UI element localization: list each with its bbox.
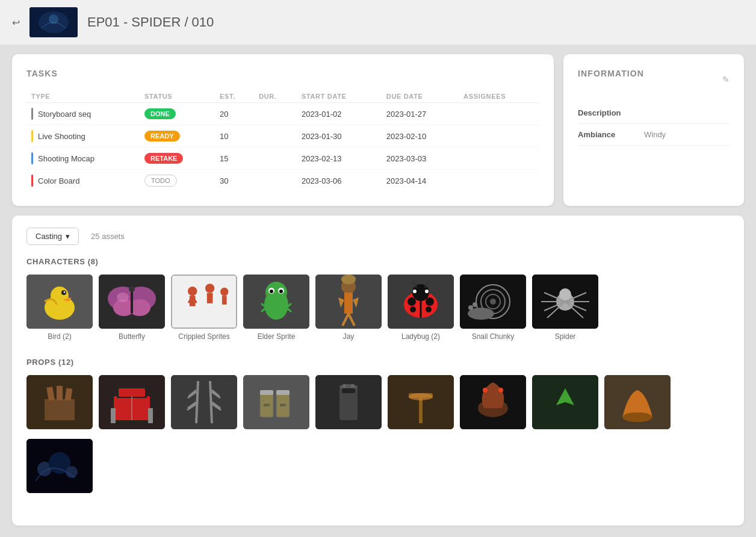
character-label: Crippled Sprites (178, 332, 229, 341)
table-row[interactable]: Shooting Mocap RETAKE 15 2023-02-13 2023… (26, 147, 539, 170)
prop-item[interactable] (532, 375, 598, 433)
task-color-indicator (31, 152, 33, 164)
task-type-cell: Color Board (26, 170, 140, 192)
col-dur: DUR. (254, 90, 297, 103)
svg-point-55 (490, 299, 496, 305)
casting-section: Casting ▾ 25 assets CHARACTERS (8) Bird … (12, 216, 744, 526)
prop-thumbnail (532, 375, 598, 429)
task-color-indicator (31, 108, 33, 120)
task-due-date-cell: 2023-03-03 (382, 147, 459, 170)
svg-rect-80 (111, 408, 116, 423)
svg-point-30 (270, 290, 273, 293)
status-badge: READY (144, 131, 180, 141)
tasks-title: TASKS (26, 69, 539, 78)
svg-point-48 (425, 290, 429, 293)
svg-point-15 (129, 286, 135, 292)
status-badge: DONE (144, 108, 176, 119)
character-label: Elder Sprite (258, 332, 296, 341)
prop-thumbnail (26, 375, 93, 429)
col-status: STATUS (140, 90, 215, 103)
character-item[interactable]: Snail Chunky (460, 275, 526, 341)
prop-thumbnail: aleale (243, 375, 309, 429)
task-assignees-cell (459, 103, 539, 125)
col-type: TYPE (26, 90, 140, 103)
col-due-date: DUE DATE (382, 90, 459, 103)
task-type-cell: Storyboard seq (26, 103, 140, 125)
task-start-date-cell: 2023-03-06 (297, 170, 382, 192)
task-type-label: Storyboard seq (38, 110, 91, 119)
col-start-date: START DATE (297, 90, 382, 103)
assets-count: 25 assets (91, 232, 125, 241)
character-item[interactable]: Elder Sprite (243, 275, 309, 341)
character-item[interactable]: Jay (315, 275, 382, 341)
header: ↩ EP01 - SPIDER / 010 (0, 0, 756, 45)
prop-thumbnail (460, 375, 526, 429)
svg-rect-100 (419, 398, 423, 423)
casting-dropdown[interactable]: Casting ▾ (26, 228, 79, 245)
svg-rect-14 (131, 290, 133, 314)
prop-item[interactable] (171, 375, 237, 433)
prop-item[interactable] (460, 375, 526, 433)
svg-point-17 (188, 287, 197, 296)
edit-icon[interactable]: ✎ (722, 75, 730, 84)
svg-text:ale: ale (280, 402, 287, 408)
prop-item[interactable] (388, 375, 454, 433)
svg-point-13 (117, 293, 129, 302)
task-status-cell: TODO (140, 170, 215, 192)
character-label: Jay (343, 332, 355, 341)
character-item[interactable]: Crippled Sprites (171, 275, 237, 341)
prop-item[interactable] (99, 375, 165, 433)
character-thumbnail (388, 275, 454, 329)
prop-item[interactable] (604, 375, 671, 433)
table-row[interactable]: Storyboard seq DONE 20 2023-01-02 2023-0… (26, 103, 539, 125)
info-rows: Description Ambiance Windy (578, 102, 730, 146)
svg-point-101 (409, 393, 433, 400)
casting-label: Casting (36, 232, 62, 241)
task-dur-cell (254, 103, 297, 125)
table-row[interactable]: Color Board TODO 30 2023-03-06 2023-04-1… (26, 170, 539, 192)
character-label: Snail Chunky (472, 332, 515, 341)
task-start-date-cell: 2023-02-13 (297, 147, 382, 170)
table-row[interactable]: Live Shooting READY 10 2023-01-30 2023-0… (26, 125, 539, 147)
character-thumbnail (315, 275, 382, 329)
character-item[interactable]: Spider (532, 275, 598, 341)
svg-rect-22 (207, 293, 213, 303)
svg-rect-82 (171, 375, 237, 429)
task-status-cell: RETAKE (140, 147, 215, 170)
svg-point-95 (342, 384, 346, 388)
tasks-table: TYPE STATUS EST. DUR. START DATE DUE DAT… (26, 90, 539, 191)
task-type-cell: Live Shooting (26, 125, 140, 147)
character-item[interactable]: Ladybug (2) (388, 275, 454, 341)
svg-point-7 (64, 291, 66, 293)
prop-item[interactable] (26, 439, 93, 497)
props-section-header: PROPS (12) (26, 358, 730, 367)
prop-thumbnail (26, 439, 93, 493)
svg-point-58 (472, 302, 477, 307)
task-status-cell: READY (140, 125, 215, 147)
prop-thumbnail (315, 375, 382, 429)
prop-thumbnail (171, 375, 237, 429)
prop-item[interactable]: aleale (243, 375, 309, 433)
svg-rect-24 (222, 296, 227, 304)
task-dur-cell (254, 170, 297, 192)
props-grid: aleale (26, 375, 730, 497)
svg-point-105 (498, 388, 503, 393)
prop-item[interactable] (26, 375, 93, 433)
task-due-date-cell: 2023-02-10 (382, 125, 459, 147)
character-item[interactable]: Butterfly (99, 275, 165, 341)
status-badge: RETAKE (144, 153, 183, 164)
task-est-cell: 15 (215, 147, 254, 170)
back-button[interactable]: ↩ (12, 17, 20, 28)
task-due-date-cell: 2023-01-27 (382, 103, 459, 125)
tasks-panel: TASKS TYPE STATUS EST. DUR. START DATE D… (12, 54, 554, 206)
task-type-label: Shooting Mocap (38, 154, 94, 163)
character-item[interactable]: Bird (2) (26, 275, 93, 341)
character-thumbnail (243, 275, 309, 329)
task-est-cell: 10 (215, 125, 254, 147)
svg-rect-89 (276, 390, 290, 395)
character-label: Bird (2) (48, 332, 71, 341)
prop-thumbnail (388, 375, 454, 429)
svg-point-61 (559, 288, 571, 300)
prop-item[interactable] (315, 375, 382, 433)
info-row: Description (578, 102, 730, 124)
